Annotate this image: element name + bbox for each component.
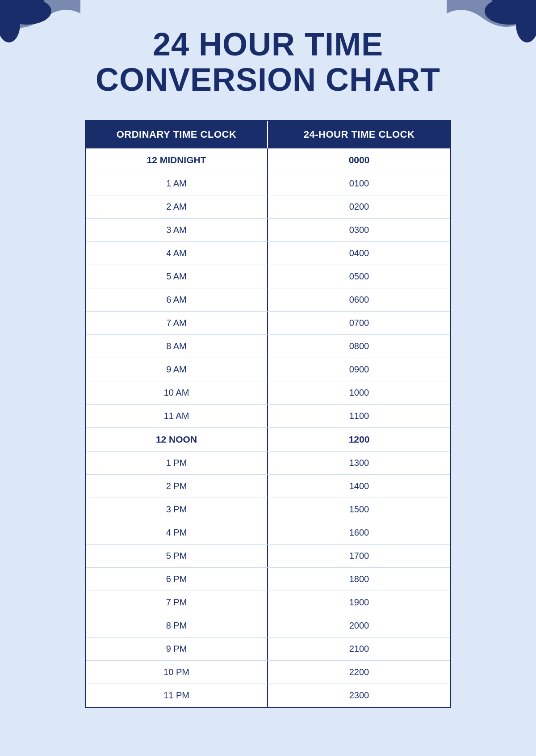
cell-military: 0500 [268, 265, 450, 288]
table-row: 10 AM1000 [86, 381, 450, 405]
cell-military: 1400 [268, 475, 450, 498]
cell-ordinary: 4 PM [86, 521, 268, 544]
cell-ordinary: 1 PM [86, 452, 268, 474]
cell-ordinary: 12 MIDNIGHT [86, 148, 268, 172]
cell-ordinary: 11 PM [86, 684, 268, 707]
cell-military: 1200 [268, 428, 450, 451]
cell-ordinary: 10 AM [86, 381, 268, 404]
table-row: 6 PM1800 [86, 568, 450, 591]
cell-ordinary: 8 AM [86, 335, 268, 358]
cell-ordinary: 9 AM [86, 358, 268, 381]
cell-military: 0400 [268, 242, 450, 265]
header-military: 24-HOUR TIME CLOCK [268, 121, 450, 148]
table-row: 7 PM1900 [86, 591, 450, 614]
table-row: 4 AM0400 [86, 242, 450, 265]
table-row: 1 AM0100 [86, 172, 450, 195]
cell-military: 1600 [268, 521, 450, 544]
table-header: ORDINARY TIME CLOCK 24-HOUR TIME CLOCK [86, 121, 450, 148]
table-row: 10 PM2200 [86, 661, 450, 684]
table-row: 2 AM0200 [86, 195, 450, 219]
table-row: 5 AM0500 [86, 265, 450, 288]
page-container: 24 HOUR TIME CONVERSION CHART ORDINARY T… [0, 0, 536, 756]
cell-military: 0000 [268, 148, 450, 172]
cell-ordinary: 7 PM [86, 591, 268, 614]
cell-military: 0100 [268, 172, 450, 195]
cell-ordinary: 11 AM [86, 405, 268, 427]
cell-ordinary: 6 AM [86, 288, 268, 311]
cell-ordinary: 4 AM [86, 242, 268, 265]
cell-military: 2300 [268, 684, 450, 707]
cell-military: 1300 [268, 452, 450, 474]
cell-military: 0300 [268, 219, 450, 241]
cell-military: 0900 [268, 358, 450, 381]
cell-ordinary: 2 AM [86, 195, 268, 218]
table-row: 11 PM2300 [86, 684, 450, 707]
cell-military: 0800 [268, 335, 450, 358]
table-row: 8 PM2000 [86, 614, 450, 638]
table-row: 4 PM1600 [86, 521, 450, 545]
cell-military: 1100 [268, 405, 450, 427]
table-row: 8 AM0800 [86, 335, 450, 358]
table-row: 12 NOON1200 [86, 428, 450, 452]
table-row: 12 MIDNIGHT0000 [86, 148, 450, 172]
cell-military: 2000 [268, 614, 450, 637]
cell-ordinary: 12 NOON [86, 428, 268, 451]
cell-ordinary: 7 AM [86, 312, 268, 334]
cell-ordinary: 2 PM [86, 475, 268, 498]
cell-military: 2100 [268, 638, 450, 660]
cell-ordinary: 1 AM [86, 172, 268, 195]
table-row: 9 AM0900 [86, 358, 450, 381]
table-row: 5 PM1700 [86, 545, 450, 568]
table-row: 7 AM0700 [86, 312, 450, 335]
cell-military: 1700 [268, 545, 450, 567]
cell-military: 1800 [268, 568, 450, 591]
cell-ordinary: 3 PM [86, 498, 268, 521]
cell-ordinary: 10 PM [86, 661, 268, 684]
table-row: 11 AM1100 [86, 405, 450, 428]
table-row: 3 PM1500 [86, 498, 450, 521]
page-title: 24 HOUR TIME CONVERSION CHART [60, 27, 476, 97]
table-body: 12 MIDNIGHT00001 AM01002 AM02003 AM03004… [86, 148, 450, 707]
cell-ordinary: 3 AM [86, 219, 268, 241]
table-row: 2 PM1400 [86, 475, 450, 498]
cell-ordinary: 6 PM [86, 568, 268, 591]
conversion-table: ORDINARY TIME CLOCK 24-HOUR TIME CLOCK 1… [85, 120, 451, 708]
cell-military: 1500 [268, 498, 450, 521]
cell-ordinary: 8 PM [86, 614, 268, 637]
cell-military: 2200 [268, 661, 450, 684]
header-ordinary: ORDINARY TIME CLOCK [86, 121, 268, 148]
cell-military: 0600 [268, 288, 450, 311]
table-row: 9 PM2100 [86, 638, 450, 661]
cell-military: 0700 [268, 312, 450, 334]
cell-military: 1900 [268, 591, 450, 614]
table-row: 1 PM1300 [86, 452, 450, 475]
table-row: 3 AM0300 [86, 219, 450, 242]
cell-military: 1000 [268, 381, 450, 404]
table-row: 6 AM0600 [86, 288, 450, 312]
cell-military: 0200 [268, 195, 450, 218]
cell-ordinary: 5 AM [86, 265, 268, 288]
cell-ordinary: 5 PM [86, 545, 268, 567]
cell-ordinary: 9 PM [86, 638, 268, 660]
